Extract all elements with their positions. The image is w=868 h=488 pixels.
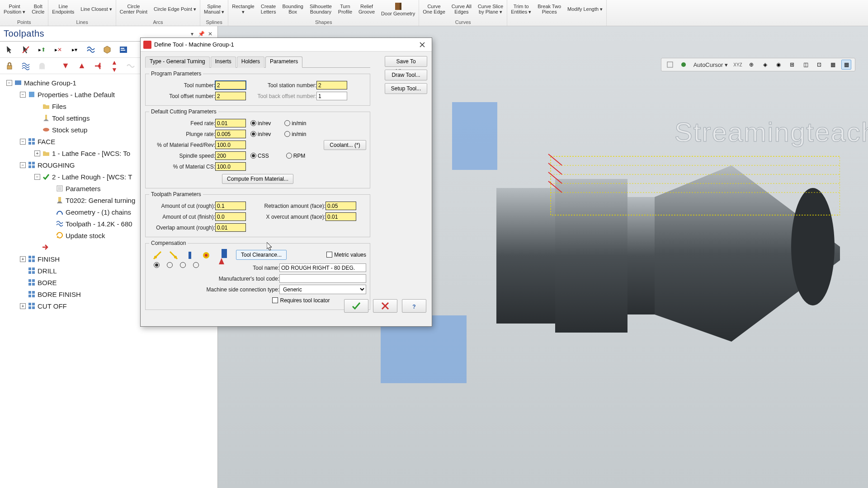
curve-one-edge[interactable]: Curve One Edge bbox=[422, 4, 446, 15]
comp-radio-4[interactable] bbox=[193, 262, 199, 268]
pct-feed-input[interactable] bbox=[215, 141, 246, 149]
line-endpoints[interactable]: Line Endpoints bbox=[51, 4, 75, 15]
help-button[interactable]: ? bbox=[402, 299, 426, 313]
bolt-circle[interactable]: Bolt Circle bbox=[31, 4, 45, 15]
draw-tool-button[interactable]: Draw Tool... bbox=[385, 70, 427, 80]
tab-parameters[interactable]: Parameters bbox=[265, 56, 302, 68]
point-position[interactable]: Point Position ▾ bbox=[3, 4, 26, 15]
sort-icon[interactable]: ▲▼ bbox=[108, 59, 121, 73]
overlap-input[interactable] bbox=[215, 223, 246, 232]
select-cursor-icon[interactable] bbox=[3, 43, 16, 56]
grid-icon[interactable]: ▦ bbox=[828, 60, 838, 70]
box-icon[interactable] bbox=[100, 43, 114, 56]
coolant-button[interactable]: Coolant... (*) bbox=[324, 140, 366, 150]
snap3-icon[interactable]: ◉ bbox=[774, 60, 783, 70]
collapse-icon[interactable]: − bbox=[20, 162, 26, 168]
collapse-icon[interactable]: − bbox=[34, 174, 40, 180]
deselect-icon[interactable] bbox=[19, 43, 33, 56]
waves2-icon[interactable] bbox=[19, 59, 33, 73]
expand-icon[interactable]: + bbox=[20, 303, 26, 309]
cut-rough-input[interactable] bbox=[215, 202, 246, 210]
tab-holders[interactable]: Holders bbox=[237, 56, 264, 68]
comp-radio-1[interactable] bbox=[154, 262, 160, 268]
circle-center-point[interactable]: Circle Center Point bbox=[119, 4, 148, 15]
tool-station-input[interactable] bbox=[316, 81, 347, 89]
line-closest[interactable]: Line Closest ▾ bbox=[80, 6, 113, 13]
comp-radio-3[interactable] bbox=[180, 262, 186, 268]
curve-all-edges[interactable]: Curve All Edges bbox=[451, 4, 472, 15]
plunge-inrev-radio[interactable]: in/rev bbox=[250, 131, 271, 137]
circle-edge-point[interactable]: Circle Edge Point ▾ bbox=[153, 6, 197, 13]
tab-type[interactable]: Type - General Turning bbox=[145, 56, 210, 68]
trim-to-entities[interactable]: Trim to Entities ▾ bbox=[510, 4, 532, 15]
lock-icon[interactable] bbox=[3, 59, 16, 73]
expand-icon[interactable]: + bbox=[34, 150, 40, 156]
feed-inrev-radio[interactable]: in/rev bbox=[250, 120, 271, 127]
autocursor-toggle-icon[interactable] bbox=[665, 60, 675, 70]
tri-down-red-icon[interactable]: ▼ bbox=[59, 59, 72, 73]
feed-inmin-radio[interactable]: in/min bbox=[284, 120, 306, 127]
autocursor-label[interactable]: AutoCursor ▾ bbox=[692, 61, 729, 68]
rpm-radio[interactable]: RPM bbox=[286, 153, 306, 159]
rectangle[interactable]: Rectangle ▾ bbox=[231, 4, 255, 15]
compute-material-button[interactable]: Compute From Material... bbox=[222, 174, 293, 184]
grid2-icon[interactable]: ▦ bbox=[841, 60, 851, 70]
snap5-icon[interactable]: ◫ bbox=[801, 60, 811, 70]
comp-radio-2[interactable] bbox=[167, 262, 173, 268]
feed-rate-input[interactable] bbox=[215, 119, 246, 127]
tool-number-input[interactable] bbox=[215, 81, 246, 89]
snap2-icon[interactable]: ◈ bbox=[760, 60, 770, 70]
tool-back-offset-input[interactable] bbox=[316, 92, 347, 100]
turn-profile[interactable]: Turn Profile bbox=[337, 4, 353, 15]
metric-values-checkbox[interactable]: Metric values bbox=[326, 252, 366, 258]
mfg-code-input[interactable] bbox=[279, 274, 366, 283]
requires-locator-checkbox[interactable]: Requires tool locator bbox=[272, 297, 330, 304]
break-two-pieces[interactable]: Break Two Pieces bbox=[537, 4, 562, 15]
panel-pin-icon[interactable]: 📌 bbox=[198, 30, 205, 38]
collapse-icon[interactable]: − bbox=[20, 139, 26, 145]
silhouette-boundary[interactable]: Silhouette Boundary bbox=[309, 4, 333, 15]
curve-slice-by-plane[interactable]: Curve Slice by Plane ▾ bbox=[477, 4, 504, 15]
sim-icon[interactable] bbox=[117, 43, 130, 56]
redo-arrow-icon[interactable] bbox=[91, 59, 105, 73]
cancel-button[interactable] bbox=[373, 299, 397, 313]
save-to-library-button[interactable]: Save To Library... bbox=[385, 56, 427, 67]
collapse-icon[interactable]: − bbox=[20, 92, 26, 98]
plunge-inmin-radio[interactable]: in/min bbox=[284, 131, 306, 137]
expand-icon[interactable]: + bbox=[20, 256, 26, 262]
tab-inserts[interactable]: Inserts bbox=[211, 56, 236, 68]
dialog-close-button[interactable] bbox=[413, 38, 432, 51]
dialog-titlebar[interactable]: Define Tool - Machine Group-1 bbox=[141, 38, 432, 52]
xover-input[interactable] bbox=[326, 212, 356, 221]
tool-offset-input[interactable] bbox=[215, 92, 246, 100]
conn-type-select[interactable]: Generic bbox=[279, 285, 366, 294]
spindle-input[interactable] bbox=[215, 151, 246, 160]
toolpath-insert-icon[interactable]: ▸⬆ bbox=[35, 43, 49, 56]
bounding-box[interactable]: Bounding Box bbox=[281, 4, 304, 15]
cut-finish-input[interactable] bbox=[215, 212, 246, 221]
toolpath-options-icon[interactable]: ▸▾ bbox=[68, 43, 81, 56]
waves-icon[interactable] bbox=[84, 43, 98, 56]
pct-cs-input[interactable] bbox=[215, 162, 246, 171]
setup-tool-button[interactable]: Setup Tool... bbox=[385, 83, 427, 94]
plunge-rate-input[interactable] bbox=[215, 130, 246, 138]
snap4-icon[interactable]: ⊞ bbox=[787, 60, 797, 70]
css-radio[interactable]: CSS bbox=[250, 153, 269, 159]
tool-name-input[interactable] bbox=[279, 263, 366, 272]
axis-icon[interactable]: XYZ bbox=[733, 60, 743, 70]
panel-dropdown-icon[interactable]: ▾ bbox=[189, 30, 196, 38]
toolpath-delete-icon[interactable]: ▸✕ bbox=[52, 43, 65, 56]
create-letters[interactable]: Create Letters bbox=[260, 4, 277, 15]
spline-manual[interactable]: Spline Manual ▾ bbox=[203, 4, 225, 15]
snap6-icon[interactable]: ⊡ bbox=[814, 60, 824, 70]
autocursor-icon[interactable] bbox=[679, 60, 689, 70]
tri-up-red-icon[interactable]: ▲ bbox=[75, 59, 89, 73]
collapse-icon[interactable]: − bbox=[6, 80, 12, 86]
ok-button[interactable] bbox=[344, 299, 368, 313]
panel-close-icon[interactable]: ✕ bbox=[207, 30, 214, 38]
retract-input[interactable] bbox=[326, 202, 356, 210]
door-geometry[interactable]: Door Geometry bbox=[380, 1, 416, 17]
snap1-icon[interactable]: ⊕ bbox=[746, 60, 756, 70]
relief-groove[interactable]: Relief Groove bbox=[358, 4, 376, 15]
modify-length[interactable]: Modify Length ▾ bbox=[566, 6, 604, 13]
